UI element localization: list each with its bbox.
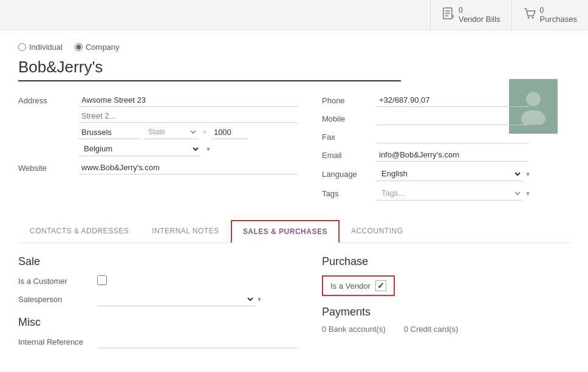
form-area: Address State ▼ (18, 94, 570, 205)
internal-reference-input[interactable] (97, 335, 298, 348)
form-left: Address State ▼ (18, 94, 298, 205)
mobile-input[interactable] (377, 112, 528, 125)
credit-cards-link[interactable]: 0 Credit card(s) (404, 325, 459, 334)
misc-title: Misc (18, 316, 298, 329)
tags-group: Tags Tags... ▼ (322, 186, 570, 201)
address-fields: State ▼ Belgium ▼ (79, 94, 298, 156)
purchase-title: Purchase (322, 255, 570, 268)
top-bar: 0 Vendor Bills 0 Purchases (0, 0, 588, 30)
individual-label: Individual (29, 43, 63, 52)
bank-accounts-link[interactable]: 0 Bank account(s) (322, 325, 386, 334)
website-input[interactable] (79, 161, 298, 174)
payments-title: Payments (322, 306, 570, 319)
tags-label: Tags (322, 189, 377, 198)
purchases-icon (523, 7, 536, 23)
website-group: Website (18, 161, 298, 174)
email-input[interactable] (377, 148, 528, 162)
salesperson-row: Salesperson ▼ (18, 292, 298, 306)
mobile-label: Mobile (322, 114, 377, 123)
street1-input[interactable] (79, 94, 298, 107)
phone-group: Phone (322, 94, 570, 107)
tabs: CONTACTS & ADDRESSES INTERNAL NOTES SALE… (18, 220, 570, 243)
company-label: Company (86, 43, 120, 52)
bottom-right: Purchase Is a Vendor Payments 0 Bank acc… (298, 255, 570, 353)
vendor-bills-button[interactable]: 0 Vendor Bills (430, 0, 511, 30)
individual-option[interactable]: Individual (18, 43, 63, 52)
country-select[interactable]: Belgium (79, 142, 200, 156)
email-group: Email (322, 148, 570, 162)
purchases-count: 0 (540, 6, 577, 15)
is-customer-checkbox[interactable] (97, 275, 107, 285)
salesperson-label: Salesperson (18, 295, 97, 304)
is-customer-label: Is a Customer (18, 277, 97, 286)
language-select[interactable]: English (377, 167, 522, 181)
company-name: Bob&Jerry's (18, 58, 401, 81)
tab-accounting[interactable]: ACCOUNTING (340, 220, 415, 243)
salesperson-select[interactable] (97, 292, 255, 306)
fax-label: Fax (322, 133, 377, 142)
tab-notes[interactable]: INTERNAL NOTES (140, 220, 231, 243)
city-input[interactable] (79, 126, 140, 139)
individual-radio[interactable] (18, 43, 26, 51)
type-selector: Individual Company (18, 43, 570, 52)
purchases-button[interactable]: 0 Purchases (511, 0, 588, 30)
is-vendor-label: Is a Vendor (330, 281, 371, 291)
bottom-section: Sale Is a Customer Salesperson ▼ Misc In… (18, 255, 570, 353)
sale-title: Sale (18, 255, 298, 268)
email-label: Email (322, 151, 377, 160)
vendor-bills-count: 0 (459, 6, 501, 15)
mobile-group: Mobile (322, 112, 570, 125)
tab-contacts[interactable]: CONTACTS & ADDRESSES (18, 220, 140, 243)
svg-point-5 (532, 17, 533, 19)
address-label: Address (18, 94, 79, 105)
website-label: Website (18, 161, 79, 173)
form-right: Phone Mobile Fax Email (298, 94, 570, 205)
zip-input[interactable] (211, 126, 248, 139)
fax-input[interactable] (377, 130, 528, 143)
bottom-left: Sale Is a Customer Salesperson ▼ Misc In… (18, 255, 298, 353)
vendor-bills-label: Vendor Bills (459, 15, 501, 24)
is-vendor-checkbox-display[interactable] (375, 280, 386, 291)
language-label: Language (322, 170, 377, 179)
internal-reference-row: Internal Reference (18, 335, 298, 348)
vendor-bills-icon (442, 7, 455, 23)
main-form: Individual Company Bob&Jerry's Address (0, 30, 588, 365)
fax-group: Fax (322, 130, 570, 143)
address-group: Address State ▼ (18, 94, 298, 156)
company-option[interactable]: Company (75, 43, 120, 52)
purchases-label: Purchases (540, 15, 577, 24)
state-select[interactable]: State (143, 125, 198, 139)
vendor-box: Is a Vendor (322, 275, 395, 296)
is-customer-row: Is a Customer (18, 275, 298, 287)
phone-input[interactable] (377, 94, 528, 107)
language-group: Language English ▼ (322, 167, 570, 181)
company-radio[interactable] (75, 43, 83, 51)
svg-point-4 (527, 17, 529, 19)
is-vendor-row: Is a Vendor (322, 275, 570, 296)
internal-reference-label: Internal Reference (18, 337, 97, 346)
phone-label: Phone (322, 96, 377, 105)
tags-select[interactable]: Tags... (377, 186, 522, 201)
tab-sales[interactable]: SALES & PURCHASES (231, 220, 340, 243)
payment-links: 0 Bank account(s) 0 Credit card(s) (322, 325, 570, 334)
street2-input[interactable] (79, 109, 298, 123)
